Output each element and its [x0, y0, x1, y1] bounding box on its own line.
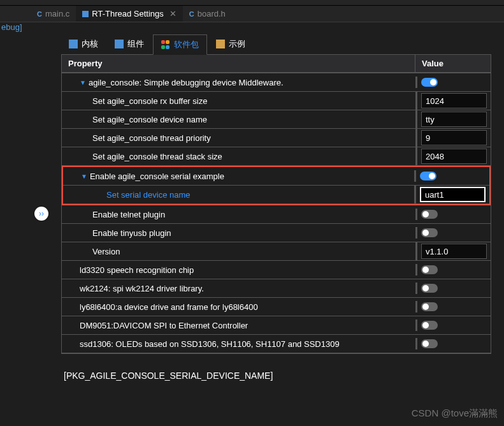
value-cell: [415, 338, 491, 349]
property-label: ld3320 speech recognition chip: [62, 263, 415, 277]
nav-tabs: 内核 组件 软件包 示例: [61, 34, 491, 54]
toggle-switch[interactable]: [421, 210, 438, 219]
property-label: Enable tinyusb plugin: [62, 226, 415, 240]
property-label[interactable]: ▼Enable agile_console serial example: [63, 169, 414, 184]
property-label: DM9051:DAVICOM SPI to Ethernet Controlle…: [62, 318, 415, 333]
label-text: Set agile_console thread stack size: [92, 152, 222, 161]
property-label: ly68l6400:a device drive and frame for l…: [62, 300, 415, 314]
label-text: Set serial device name: [106, 190, 191, 200]
value-cell: [415, 77, 491, 88]
label-text: Set agile_console rx buffer size: [92, 96, 207, 106]
value-cell: [415, 92, 491, 110]
property-label: Set agile_console thread stack size: [62, 149, 415, 164]
toggle-switch[interactable]: [421, 302, 438, 311]
label-text: Enable agile_console serial example: [90, 172, 224, 181]
tab-rt-thread-settings[interactable]: RT-Thread Settings ✕: [76, 6, 182, 22]
row-version: Version: [62, 242, 491, 261]
packages-icon: [161, 40, 170, 49]
content-area: 内核 组件 软件包 示例 Property Value ▼agile_conso…: [0, 22, 504, 381]
nav-label: 组件: [127, 38, 144, 50]
label-text: wk2124: spi wk2124 driver library.: [80, 284, 204, 293]
nav-label: 软件包: [174, 39, 199, 50]
table-header: Property Value: [62, 55, 491, 73]
value-cell: [415, 242, 491, 260]
tab-label: RT-Thread Settings: [92, 9, 163, 18]
row-ly68l: ly68l6400:a device drive and frame for l…: [62, 298, 491, 316]
property-label: Set agile_console thread priority: [62, 131, 415, 145]
top-blank: [0, 0, 504, 6]
label-text: DM9051:DAVICOM SPI to Ethernet Controlle…: [80, 321, 248, 330]
input-thread_prio[interactable]: [421, 130, 487, 145]
toggle-switch[interactable]: [421, 321, 438, 330]
settings-panel: Property Value ▼agile_console: Simple de…: [61, 54, 491, 354]
tab-label: main.c: [45, 9, 69, 18]
value-cell: [415, 264, 491, 275]
value-cell: [415, 320, 491, 331]
close-icon[interactable]: ✕: [169, 9, 176, 18]
row-telnet: Enable telnet plugin: [62, 205, 491, 224]
expand-button[interactable]: ››: [34, 207, 48, 221]
row-dm9051: DM9051:DAVICOM SPI to Ethernet Controlle…: [62, 316, 491, 335]
row-stack_size: Set agile_console thread stack size: [62, 147, 491, 166]
highlighted-section: ▼Enable agile_console serial exampleSet …: [62, 166, 491, 205]
left-label: ebug]: [0, 22, 22, 32]
value-cell: [414, 186, 489, 203]
label-text: Set agile_console device name: [92, 115, 207, 124]
value-cell: [415, 209, 491, 220]
nav-tab-packages[interactable]: 软件包: [153, 34, 207, 55]
c-file-icon: C: [37, 10, 42, 18]
chevron-down-icon[interactable]: ▼: [81, 173, 87, 180]
input-rx_buf[interactable]: [421, 93, 487, 108]
toggle-switch[interactable]: [421, 78, 438, 87]
nav-tab-kernel[interactable]: 内核: [61, 34, 106, 54]
toggle-switch[interactable]: [421, 339, 438, 348]
rows-container: ▼agile_console: Simple debugging device …: [62, 73, 491, 353]
value-cell: [414, 170, 489, 182]
toggle-switch[interactable]: [420, 172, 436, 180]
property-label: Set agile_console rx buffer size: [62, 94, 415, 108]
value-cell: [415, 147, 491, 165]
property-label: Set serial device name: [63, 187, 414, 202]
row-wk2124: wk2124: spi wk2124 driver library.: [62, 279, 491, 298]
row-serial_ex: ▼Enable agile_console serial example: [63, 167, 489, 186]
tab-board-h[interactable]: C board.h: [183, 6, 232, 22]
input-serial_dev[interactable]: [420, 187, 486, 202]
row-ld3320: ld3320 speech recognition chip: [62, 261, 491, 279]
watermark: CSDN @tove滿滿熊: [412, 408, 498, 420]
label-text: Enable tinyusb plugin: [92, 228, 171, 238]
label-text: ssd1306: OLEDs based on SSD1306, SH1106,…: [80, 339, 340, 349]
value-cell: [415, 129, 491, 147]
property-label: wk2124: spi wk2124 driver library.: [62, 281, 415, 296]
property-label: ssd1306: OLEDs based on SSD1306, SH1106,…: [62, 337, 415, 351]
input-dev_name[interactable]: [421, 112, 487, 127]
nav-label: 示例: [229, 38, 245, 50]
value-cell: [415, 110, 491, 128]
label-text: agile_console: Simple debugging device M…: [89, 78, 284, 87]
row-dev_name: Set agile_console device name: [62, 110, 491, 129]
value-cell: [415, 283, 491, 294]
row-rx_buf: Set agile_console rx buffer size: [62, 92, 491, 110]
property-label: Enable telnet plugin: [62, 207, 415, 222]
input-stack_size[interactable]: [421, 149, 487, 164]
property-label[interactable]: ▼agile_console: Simple debugging device …: [62, 75, 415, 90]
toggle-switch[interactable]: [421, 265, 438, 274]
toggle-switch[interactable]: [421, 284, 438, 293]
header-value: Value: [415, 55, 491, 72]
nav-tab-examples[interactable]: 示例: [208, 34, 253, 54]
nav-label: 内核: [82, 38, 98, 50]
nav-tab-components[interactable]: 组件: [107, 34, 152, 54]
footer-key: [PKG_AGILE_CONSOLE_SERIAL_DEVICE_NAME]: [64, 371, 491, 381]
label-text: Set agile_console thread priority: [92, 133, 211, 143]
chevron-down-icon[interactable]: ▼: [80, 79, 86, 86]
file-tabs-bar: C main.c RT-Thread Settings ✕ C board.h: [0, 6, 504, 22]
grid-icon: [69, 40, 78, 48]
cube-icon: [115, 40, 124, 48]
input-version[interactable]: [421, 244, 487, 259]
row-ssd1306: ssd1306: OLEDs based on SSD1306, SH1106,…: [62, 335, 491, 353]
label-text: Enable telnet plugin: [92, 210, 165, 219]
property-label: Set agile_console device name: [62, 112, 415, 127]
header-property: Property: [62, 55, 415, 72]
toggle-switch[interactable]: [421, 228, 438, 237]
tab-main-c[interactable]: C main.c: [31, 6, 76, 22]
c-file-icon: C: [189, 10, 194, 18]
